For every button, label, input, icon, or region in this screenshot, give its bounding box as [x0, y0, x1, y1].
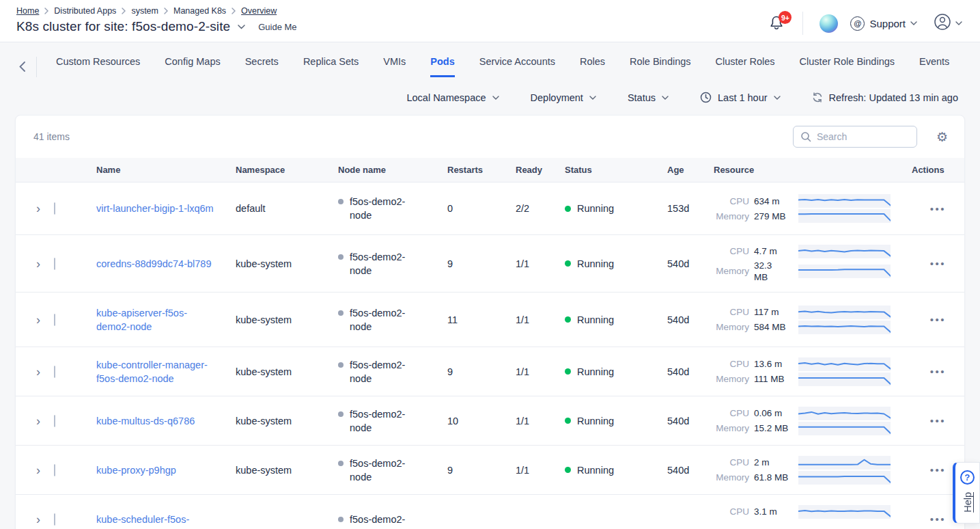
- namespace-filter[interactable]: Local Namespace: [406, 92, 499, 103]
- column-header-ready[interactable]: Ready: [503, 165, 552, 175]
- memory-value: 32.3 MB: [754, 260, 794, 283]
- status-dot-icon: [565, 418, 571, 424]
- row-actions-button[interactable]: •••: [930, 415, 946, 426]
- row-checkbox[interactable]: [54, 202, 55, 215]
- pod-name-link[interactable]: coredns-88d99dc74-bl789: [96, 257, 212, 271]
- age-value: 540d: [655, 465, 701, 476]
- refresh-button[interactable]: Refresh: Updated 13 min ago: [812, 92, 958, 103]
- status-dot-icon: [565, 467, 571, 473]
- notifications-button[interactable]: 9+: [768, 14, 786, 33]
- gear-icon[interactable]: ⚙: [936, 131, 948, 144]
- expand-chevron-icon[interactable]: ›: [28, 513, 54, 526]
- title-chevron-down-icon[interactable]: [238, 25, 245, 29]
- help-button[interactable]: ? Help: [953, 462, 980, 524]
- tab-pods[interactable]: Pods: [430, 56, 454, 77]
- cpu-label: CPU: [714, 457, 749, 467]
- top-header: HomeDistributed AppssystemManaged K8sOve…: [0, 0, 980, 42]
- breadcrumb-item: system: [131, 6, 158, 16]
- expand-chevron-icon[interactable]: ›: [28, 464, 54, 476]
- age-value: 540d: [655, 314, 701, 325]
- tab-secrets[interactable]: Secrets: [245, 56, 279, 77]
- time-range-label: Last 1 hour: [718, 92, 768, 103]
- cpu-sparkline: [798, 456, 891, 470]
- tab-replica-sets[interactable]: Replica Sets: [303, 56, 359, 77]
- column-header-name[interactable]: Name: [84, 165, 223, 175]
- status-filter-label: Status: [628, 92, 656, 103]
- column-header-node-name[interactable]: Node name: [326, 165, 435, 175]
- breadcrumb-item[interactable]: Home: [16, 6, 39, 16]
- table-row: › kube-controller-manager-f5os-demo2-nod…: [16, 347, 964, 396]
- notification-badge: 9+: [779, 11, 792, 24]
- row-checkbox[interactable]: [54, 366, 55, 378]
- table-row: › virt-launcher-bigip-1-lxq6m default f5…: [16, 182, 964, 235]
- memory-label: Memory: [714, 472, 749, 483]
- column-header-status[interactable]: Status: [552, 165, 655, 175]
- row-checkbox[interactable]: [54, 314, 55, 326]
- row-checkbox[interactable]: [54, 258, 55, 270]
- support-menu[interactable]: @ Support: [850, 16, 917, 31]
- table-row: › kube-scheduler-f5os- f5os-demo2- CPU 3…: [16, 495, 964, 529]
- memory-label: Memory: [714, 322, 749, 332]
- tab-config-maps[interactable]: Config Maps: [165, 56, 220, 77]
- tab-custom-resources[interactable]: Custom Resources: [56, 56, 140, 77]
- account-menu[interactable]: [934, 13, 962, 33]
- pods-table-card: 41 items ⚙ Name Namespace Node name Rest…: [15, 115, 965, 529]
- pod-name-link[interactable]: kube-multus-ds-q6786: [96, 414, 195, 428]
- status-filter[interactable]: Status: [628, 92, 669, 103]
- row-actions-button[interactable]: •••: [930, 464, 946, 476]
- column-header-namespace[interactable]: Namespace: [223, 165, 326, 175]
- row-actions-button[interactable]: •••: [930, 314, 946, 325]
- cpu-sparkline: [798, 194, 891, 208]
- cpu-label: CPU: [714, 359, 749, 369]
- namespace-value: kube-system: [223, 465, 326, 476]
- tab-cluster-roles[interactable]: Cluster Roles: [716, 56, 775, 77]
- tab-vmis[interactable]: VMIs: [383, 56, 406, 77]
- tab-roles[interactable]: Roles: [580, 56, 605, 77]
- row-actions-button[interactable]: •••: [930, 513, 946, 525]
- pod-name-link[interactable]: kube-controller-manager-f5os-demo2-node: [96, 358, 219, 385]
- pod-name-link[interactable]: kube-scheduler-f5os-: [96, 513, 189, 526]
- column-header-age[interactable]: Age: [655, 165, 701, 175]
- row-checkbox[interactable]: [54, 415, 55, 427]
- breadcrumb-item[interactable]: Overview: [241, 6, 277, 16]
- expand-chevron-icon[interactable]: ›: [28, 366, 54, 378]
- pod-name-link[interactable]: kube-proxy-p9hgp: [96, 463, 176, 477]
- chevron-down-icon: [492, 96, 499, 100]
- expand-chevron-icon[interactable]: ›: [28, 258, 54, 270]
- search-input[interactable]: [817, 131, 910, 142]
- guide-me-link[interactable]: Guide Me: [258, 22, 296, 32]
- row-checkbox[interactable]: [54, 464, 55, 476]
- cpu-sparkline: [798, 505, 891, 519]
- row-actions-button[interactable]: •••: [930, 366, 946, 377]
- pod-name-link[interactable]: virt-launcher-bigip-1-lxq6m: [96, 202, 214, 215]
- tab-service-accounts[interactable]: Service Accounts: [479, 56, 555, 77]
- node-dot-icon: [338, 461, 344, 466]
- expand-chevron-icon[interactable]: ›: [28, 314, 54, 326]
- expand-chevron-icon[interactable]: ›: [28, 415, 54, 427]
- cpu-resource-line: CPU 13.6 m: [714, 357, 912, 371]
- tab-role-bindings[interactable]: Role Bindings: [630, 56, 690, 77]
- status-dot-icon: [565, 206, 571, 212]
- row-actions-button[interactable]: •••: [930, 203, 946, 215]
- breadcrumb-item: Managed K8s: [173, 6, 226, 16]
- restarts-value: 10: [435, 416, 503, 426]
- memory-resource-line: Memory 32.3 MB: [714, 260, 912, 283]
- chevron-right-icon: [122, 8, 126, 14]
- assistant-sphere-icon[interactable]: [820, 14, 838, 33]
- memory-value: 584 MB: [754, 321, 794, 333]
- node-name-value: f5os-demo2-node: [350, 358, 412, 385]
- deployment-filter[interactable]: Deployment: [531, 92, 596, 103]
- row-actions-button[interactable]: •••: [930, 258, 946, 269]
- memory-sparkline: [798, 471, 891, 485]
- age-value: 540d: [655, 416, 701, 426]
- memory-sparkline: [798, 422, 891, 435]
- tab-cluster-role-bindings[interactable]: Cluster Role Bindings: [800, 56, 895, 77]
- row-checkbox[interactable]: [54, 513, 55, 526]
- pod-name-link[interactable]: kube-apiserver-f5os-demo2-node: [96, 306, 219, 334]
- tab-events[interactable]: Events: [919, 56, 949, 77]
- time-range-filter[interactable]: Last 1 hour: [700, 92, 781, 103]
- column-header-restarts[interactable]: Restarts: [435, 165, 503, 175]
- back-chevron-button[interactable]: [18, 62, 27, 72]
- column-header-resource[interactable]: Resource: [701, 165, 912, 175]
- expand-chevron-icon[interactable]: ›: [28, 202, 54, 215]
